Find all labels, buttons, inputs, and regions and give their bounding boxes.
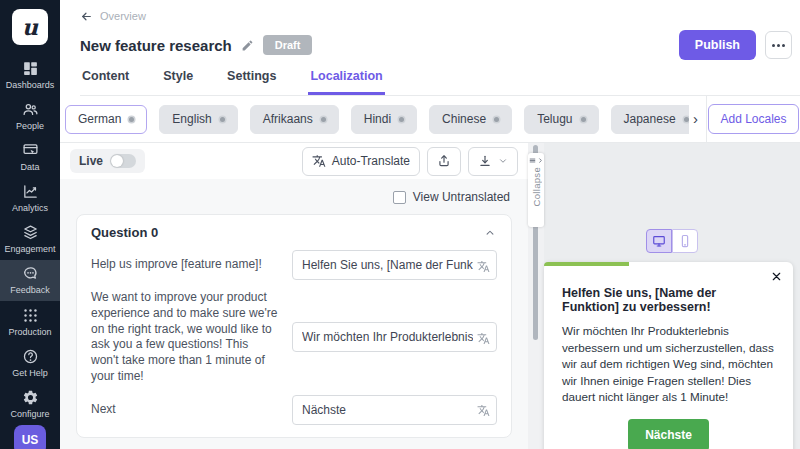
translation-value: Nächste bbox=[302, 403, 473, 417]
sidebar-item-label: Production bbox=[8, 327, 51, 337]
locale-chip-hindi[interactable]: Hindi bbox=[351, 105, 417, 134]
locale-status-dot-icon bbox=[684, 117, 689, 122]
monitor-icon bbox=[652, 234, 666, 248]
publish-button[interactable]: Publish bbox=[679, 30, 756, 60]
collapse-tab-label: Collapse bbox=[531, 167, 542, 206]
view-untranslated-label: View Untranslated bbox=[413, 190, 510, 204]
chevron-down-icon bbox=[498, 156, 508, 166]
download-icon bbox=[478, 154, 492, 168]
sidebar-item-feedback[interactable]: Feedback bbox=[0, 260, 60, 301]
data-icon bbox=[22, 142, 39, 159]
app-logo[interactable]: u bbox=[12, 9, 48, 45]
locale-chip-afrikaans[interactable]: Afrikaans bbox=[250, 105, 339, 134]
locale-chip-label: Japanese bbox=[624, 112, 676, 126]
sidebar-item-label: Get Help bbox=[12, 368, 48, 378]
sidebar-item-engagement[interactable]: Engagement bbox=[0, 219, 60, 260]
source-text: Help us improve [feature name]! bbox=[91, 257, 278, 273]
locale-status-dot-icon bbox=[129, 117, 134, 122]
preview-title: Helfen Sie uns, [Name der Funktion] zu v… bbox=[562, 286, 775, 314]
locale-chip-list: GermanEnglishAfrikaansHindiChineseTelugu… bbox=[60, 105, 689, 134]
sidebar-item-data[interactable]: Data bbox=[0, 137, 60, 178]
breadcrumb-overview-label[interactable]: Overview bbox=[100, 10, 146, 22]
survey-progress-track bbox=[544, 262, 793, 266]
translate-icon[interactable] bbox=[477, 403, 490, 416]
sidebar-item-label: Feedback bbox=[10, 285, 50, 295]
upload-translations-button[interactable] bbox=[427, 147, 461, 176]
translate-icon[interactable] bbox=[477, 259, 490, 272]
tab-settings[interactable]: Settings bbox=[225, 69, 278, 95]
analytics-icon bbox=[22, 183, 39, 200]
user-avatar[interactable]: US bbox=[14, 425, 46, 449]
desktop-preview-button[interactable] bbox=[646, 229, 672, 253]
more-options-button[interactable] bbox=[765, 31, 792, 59]
chips-scroll-chevron-icon[interactable]: › bbox=[689, 110, 706, 129]
sidebar-item-production[interactable]: Production bbox=[0, 302, 60, 343]
survey-preview-card: Helfen Sie uns, [Name der Funktion] zu v… bbox=[544, 262, 793, 449]
breadcrumb[interactable]: Overview bbox=[80, 8, 800, 24]
view-untranslated-checkbox[interactable] bbox=[393, 191, 406, 204]
collapse-section-icon[interactable] bbox=[483, 226, 497, 240]
translation-input[interactable]: Helfen Sie uns, [Name der Funktion] zu v… bbox=[292, 250, 497, 280]
download-translations-button[interactable] bbox=[468, 147, 518, 176]
upload-icon bbox=[437, 154, 451, 168]
page-title: New feature research bbox=[80, 37, 232, 54]
device-toggle bbox=[646, 229, 698, 253]
view-untranslated-control[interactable]: View Untranslated bbox=[78, 190, 510, 204]
preview-close-icon[interactable] bbox=[771, 271, 782, 282]
sidebar-item-dashboards[interactable]: Dashboards bbox=[0, 55, 60, 96]
sidebar-item-configure[interactable]: Configure bbox=[0, 384, 60, 425]
sidebar-nav-bottom: ProductionGet HelpConfigure bbox=[0, 302, 60, 425]
translate-icon bbox=[312, 154, 326, 168]
sidebar-item-analytics[interactable]: Analytics bbox=[0, 178, 60, 219]
auto-translate-button[interactable]: Auto-Translate bbox=[302, 147, 420, 176]
tab-content[interactable]: Content bbox=[80, 69, 131, 95]
translation-input[interactable]: Wir möchten Ihr Produkterlebnis verbesse… bbox=[292, 322, 497, 352]
locale-chip-japanese[interactable]: Japanese bbox=[611, 105, 689, 134]
sidebar-item-label: Analytics bbox=[12, 203, 48, 213]
live-toggle[interactable] bbox=[110, 154, 136, 168]
sidebar-item-label: Data bbox=[20, 162, 39, 172]
locale-chip-english[interactable]: English bbox=[159, 105, 237, 134]
workarea: Live Auto-Translate bbox=[60, 143, 800, 449]
tab-style[interactable]: Style bbox=[161, 69, 195, 95]
translation-input[interactable]: Nächste bbox=[292, 395, 497, 425]
sidebar-item-people[interactable]: People bbox=[0, 96, 60, 137]
editor-body: View Untranslated Question 0 Help us imp… bbox=[60, 179, 528, 449]
toolbar-actions: Auto-Translate bbox=[302, 147, 518, 176]
source-text: We want to improve your product experien… bbox=[91, 290, 278, 385]
sidebar-item-label: Configure bbox=[10, 409, 49, 419]
preview-next-button[interactable]: Nächste bbox=[628, 419, 709, 449]
collapse-tab-icons bbox=[529, 157, 544, 164]
preview-body-text: Wir möchten Ihr Produkterlebnis verbesse… bbox=[562, 323, 775, 406]
translation-value: Wir möchten Ihr Produkterlebnis verbesse… bbox=[302, 330, 473, 344]
question-card: Question 0 Help us improve [feature name… bbox=[76, 214, 512, 438]
locale-chip-label: German bbox=[78, 112, 121, 126]
people-icon bbox=[22, 101, 39, 118]
survey-progress-fill bbox=[544, 262, 629, 266]
sidebar-item-get-help[interactable]: Get Help bbox=[0, 343, 60, 384]
collapse-preview-tab[interactable]: Collapse bbox=[528, 153, 544, 227]
question-card-header: Question 0 bbox=[91, 225, 497, 240]
chevron-right-icon bbox=[537, 157, 544, 164]
locale-chip-label: Hindi bbox=[364, 112, 391, 126]
locale-status-dot-icon bbox=[494, 117, 499, 122]
sidebar-nav-top: DashboardsPeopleDataAnalyticsEngagementF… bbox=[0, 55, 60, 301]
edit-title-icon[interactable] bbox=[241, 39, 254, 52]
tab-localization[interactable]: Localization bbox=[308, 69, 384, 95]
translation-editor-column: Live Auto-Translate bbox=[60, 143, 528, 449]
translate-icon[interactable] bbox=[477, 331, 490, 344]
back-arrow-icon[interactable] bbox=[80, 10, 93, 23]
editor-toolbar: Live Auto-Translate bbox=[60, 143, 528, 179]
mobile-preview-button[interactable] bbox=[672, 229, 698, 253]
locale-chip-german[interactable]: German bbox=[65, 105, 147, 134]
sidebar: u DashboardsPeopleDataAnalyticsEngagemen… bbox=[0, 0, 60, 449]
live-label: Live bbox=[79, 154, 103, 168]
locale-chip-telugu[interactable]: Telugu bbox=[524, 105, 598, 134]
translation-row: We want to improve your product experien… bbox=[91, 290, 497, 385]
question-sections: Question 0 Help us improve [feature name… bbox=[76, 214, 512, 449]
live-toggle-group[interactable]: Live bbox=[70, 149, 145, 173]
add-locales-button[interactable]: Add Locales bbox=[708, 104, 798, 134]
page-header: Overview New feature research Draft Publ… bbox=[60, 0, 800, 96]
locale-chip-chinese[interactable]: Chinese bbox=[429, 105, 512, 134]
drag-handle-icon bbox=[529, 157, 536, 164]
